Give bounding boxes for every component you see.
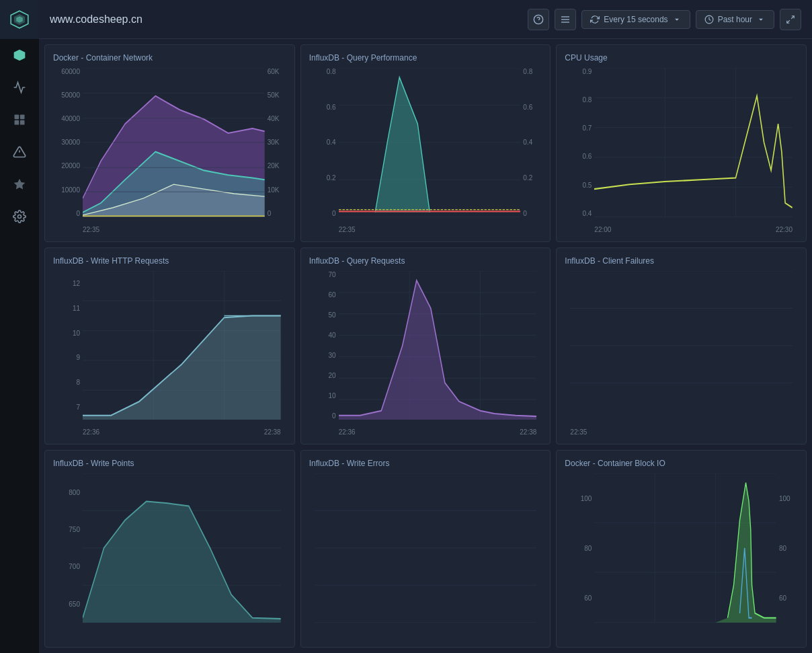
panel-chart-docker-container-block-io: 1008060 1008060 [565,473,798,639]
svg-marker-3 [14,50,26,61]
panel-docker-container-block-io: Docker - Container Block IO 1008060 1008… [556,450,807,648]
main-area: www.codesheep.cn Every 15 seconds Past h… [39,0,812,653]
fullscreen-button[interactable] [780,9,801,30]
sidebar-item-activity[interactable] [0,71,39,104]
sidebar-item-dashboards[interactable] [0,104,39,136]
time-range-label: Past hour [718,15,752,24]
y-axis-right: 60K50K40K30K20K10K0 [265,68,286,217]
x-axis-bottom: 22:35 [570,428,793,436]
svg-rect-7 [20,120,25,125]
panel-title-influxdb-query-requests: InfluxDB - Query Requests [309,256,542,266]
panel-influxdb-query-performance: InfluxDB - Query Performance 0.80.60.40.… [300,44,551,242]
panel-title-cpu-usage: CPU Usage [565,53,798,63]
y-axis-left: 0.80.60.40.20 [309,68,339,217]
svg-line-18 [787,20,790,23]
svg-marker-66 [339,280,537,420]
y-axis-left: 800750700650 [53,473,83,623]
panel-chart-docker-container-network: 6000050000400003000020000100000 60K50K40… [53,68,286,233]
panel-docker-container-network: Docker - Container Network 6000050000400… [44,44,295,242]
svg-marker-77 [83,502,281,623]
x-axis-bottom: 22:35 [83,226,265,233]
y-axis-left: 0.90.80.70.60.50.4 [565,68,594,217]
panel-cpu-usage: CPU Usage 0.90.80.70.60.50.4 [556,44,807,242]
chart-area [83,68,265,217]
svg-rect-6 [15,120,19,125]
sidebar-item-settings[interactable] [0,200,39,233]
sidebar-item-alerts[interactable] [0,136,39,168]
sidebar-item-starred[interactable] [0,168,39,200]
refresh-rate-label: Every 15 seconds [604,15,667,24]
time-range-selector[interactable]: Past hour [696,10,774,29]
panel-title-influxdb-write-http-requests: InfluxDB - Write HTTP Requests [53,256,286,266]
y-axis-left: 1008060 [565,473,594,623]
x-axis-bottom: 22:3622:38 [339,428,537,436]
panel-chart-influxdb-write-http-requests: 121110987 [53,271,286,436]
y-axis-left: 706050403020100 [309,271,339,420]
panel-chart-influxdb-client-failures: 22:35 [565,271,798,436]
sidebar-item-grafana[interactable] [0,39,39,71]
panel-chart-influxdb-write-errors [309,473,542,639]
menu-button[interactable] [555,9,576,30]
help-button[interactable] [528,9,549,30]
y-axis-left: 6000050000400003000020000100000 [53,68,83,217]
svg-point-10 [18,215,22,219]
panel-chart-cpu-usage: 0.90.80.70.60.50.4 [565,68,798,233]
dashboard: Docker - Container Network 6000050000400… [39,39,812,653]
panel-title-influxdb-write-errors: InfluxDB - Write Errors [309,459,542,468]
refresh-rate-selector[interactable]: Every 15 seconds [581,10,690,29]
svg-marker-35 [339,77,521,213]
panel-title-docker-container-block-io: Docker - Container Block IO [565,459,798,468]
panel-title-docker-container-network: Docker - Container Network [53,53,286,63]
chart-area [339,271,537,420]
chart-area [339,68,521,217]
topbar: www.codesheep.cn Every 15 seconds Past h… [39,0,812,39]
svg-line-17 [791,15,794,18]
chart-area [570,271,793,420]
svg-rect-5 [20,115,25,120]
topbar-controls: Every 15 seconds Past hour [528,9,801,30]
chart-area [594,68,793,217]
x-axis-bottom: 22:35 [339,226,521,233]
panel-chart-influxdb-query-performance: 0.80.60.40.20 0.80.60.40.20 [309,68,542,233]
page-title: www.codesheep.cn [50,13,528,26]
sidebar [0,0,39,653]
chart-area [594,473,776,623]
y-axis-left: 121110987 [53,271,83,420]
chart-area [83,473,281,623]
svg-marker-54 [83,315,281,420]
sidebar-logo[interactable] [0,0,39,39]
y-axis-right: 0.80.60.40.20 [520,68,542,217]
panel-title-influxdb-client-failures: InfluxDB - Client Failures [565,256,798,266]
x-axis-bottom: 22:0022:30 [594,226,793,233]
panel-title-influxdb-query-performance: InfluxDB - Query Performance [309,53,542,63]
y-axis-right: 1008060 [776,473,798,623]
panel-influxdb-write-http-requests: InfluxDB - Write HTTP Requests 121110987 [44,247,295,445]
panel-influxdb-query-requests: InfluxDB - Query Requests 70605040302010… [300,247,551,445]
panel-influxdb-write-points: InfluxDB - Write Points 800750700650 [44,450,295,648]
panel-influxdb-client-failures: InfluxDB - Client Failures 22:35 [556,247,807,445]
panel-chart-influxdb-write-points: 800750700650 [53,473,286,639]
panel-influxdb-write-errors: InfluxDB - Write Errors [300,450,551,648]
x-axis-bottom: 22:3622:38 [83,428,281,436]
svg-marker-89 [716,483,776,623]
panel-title-influxdb-write-points: InfluxDB - Write Points [53,459,286,468]
chart-area [315,473,537,623]
panel-chart-influxdb-query-requests: 706050403020100 [309,271,542,436]
chart-area [83,271,281,420]
svg-rect-4 [15,115,19,120]
